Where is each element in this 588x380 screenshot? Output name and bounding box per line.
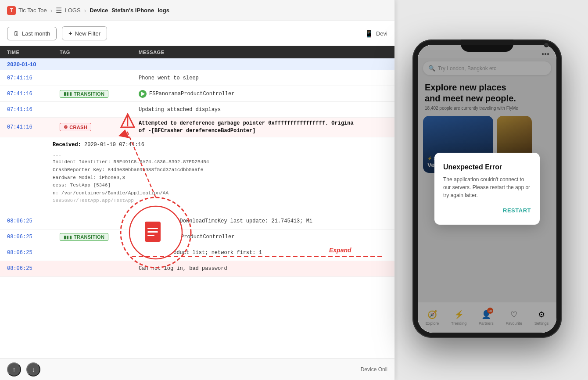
- msg-cell: ESPanoramaProductController: [139, 90, 387, 98]
- separator-2: ›: [84, 7, 86, 14]
- up-icon: ↑: [13, 366, 16, 373]
- crash-badge: ⊗ CRASH: [60, 123, 91, 131]
- restart-button[interactable]: RESTART: [503, 207, 531, 214]
- date-separator: 2020-01-10: [0, 58, 394, 70]
- crash-line-2: CrashReporter Key: 84d9e30bba69e988f5cd3…: [53, 166, 387, 174]
- logs-icon: ☰: [56, 6, 62, 14]
- breadcrumb-app[interactable]: T Tic Tac Toe: [7, 6, 47, 15]
- crash-line-1: Incident Identifier: 58E491C8-6A74-4836-…: [53, 158, 387, 166]
- tag-cell: ▮▮▮ TRANSITION: [60, 90, 139, 98]
- filter-bar: 🗓 Last month + New Filter 📱 Devi: [0, 21, 394, 46]
- phone-icon: 📱: [365, 29, 373, 38]
- bottom-bar: ↑ ↓ Device Onli: [0, 358, 394, 380]
- msg-cell: Fetching product list; network first: 1: [139, 250, 387, 256]
- play-icon-2: [139, 233, 147, 241]
- crash-log-row[interactable]: 07:41:16 ⊗ CRASH Attempted to dereferenc…: [0, 118, 394, 137]
- scroll-down-button[interactable]: ↓: [26, 362, 40, 376]
- time-cell: 08:06:25: [7, 265, 60, 272]
- bars-icon-2: ▮▮▮: [64, 235, 72, 240]
- device-filter-label: Devi: [376, 30, 387, 37]
- table-header: TIME TAG MESSAGE: [0, 46, 394, 58]
- modal-title: Unexpected Error: [443, 163, 531, 171]
- phone-modal-overlay: Unexpected Error The application couldn'…: [418, 45, 556, 333]
- calendar-icon: 🗓: [14, 30, 19, 37]
- log-row[interactable]: 07:41:16 Phone went to sleep: [0, 70, 394, 86]
- modal-btn-row: RESTART: [443, 206, 531, 214]
- col-message: MESSAGE: [139, 50, 387, 55]
- phone-content: ●●● 🔍 Try London, Bangkok etc Explore ne…: [418, 45, 556, 333]
- controller-name-2: ESPanoramaProductController: [149, 234, 234, 240]
- msg-cell: LastFullAssetDownloadTimeKey last update…: [139, 218, 387, 224]
- error-icon: ⊗: [64, 124, 68, 130]
- col-tag: TAG: [60, 50, 139, 55]
- tag-cell: ▮▮▮ TRANSITION: [60, 233, 139, 241]
- phone-frame: ●●● 🔍 Try London, Bangkok etc Explore ne…: [412, 39, 562, 338]
- device-name: Stefan's iPhone: [111, 7, 154, 14]
- device-label: Device: [90, 7, 108, 14]
- play-icon: [139, 90, 147, 98]
- time-cell: 08:06:25: [7, 250, 60, 256]
- received-label: Received: 2020-01-10 07:41:16: [53, 142, 144, 148]
- crash-dots: ...: [53, 151, 387, 159]
- breadcrumb: T Tic Tac Toe › ☰ LOGS › Device Stefan's…: [0, 0, 394, 21]
- msg-cell: Phone went to sleep: [139, 75, 387, 81]
- crash-line-5: n: /var/containers/Bundle/Application/AA: [53, 190, 387, 197]
- log-row[interactable]: 08:06:25 Fetching product list; network …: [0, 245, 394, 261]
- col-time: TIME: [7, 50, 60, 55]
- time-cell: 07:41:16: [7, 75, 60, 81]
- log-row[interactable]: 08:06:25 ▮▮▮ TRANSITION ESPanoramaProduc…: [0, 229, 394, 245]
- time-cell: 08:06:25: [7, 234, 60, 240]
- device-status: Device Onli: [361, 366, 387, 373]
- transition-badge: ▮▮▮ TRANSITION: [60, 90, 108, 98]
- log-row[interactable]: 08:06:25 LastFullAssetDownloadTimeKey la…: [0, 214, 394, 229]
- crash-line-4: cess: TestApp [5346]: [53, 182, 387, 190]
- device-filter[interactable]: 📱 Devi: [365, 29, 387, 38]
- table-body: 2020-01-10 07:41:16 Phone went to sleep …: [0, 58, 394, 358]
- phone-screen: ●●● 🔍 Try London, Bangkok etc Explore ne…: [418, 45, 556, 333]
- time-cell: 07:41:16: [7, 124, 60, 130]
- error-log-row[interactable]: 08:06:25 Can not log in, bad password: [0, 261, 394, 277]
- bars-icon: ▮▮▮: [64, 91, 72, 96]
- new-filter-button[interactable]: + New Filter: [62, 26, 107, 40]
- down-icon: ↓: [32, 366, 35, 373]
- logs-suffix: logs: [158, 7, 169, 14]
- msg-cell: ESPanoramaProductController: [139, 233, 387, 241]
- crash-line-3: Hardware Model: iPhone9,3: [53, 174, 387, 182]
- crash-line-6: 58856867/TestApp.app/TestApp: [53, 197, 387, 205]
- last-month-label: Last month: [22, 30, 50, 37]
- new-filter-label: New Filter: [75, 30, 101, 37]
- log-panel: T Tic Tac Toe › ☰ LOGS › Device Stefan's…: [0, 0, 395, 380]
- expand-row[interactable]: [0, 208, 394, 214]
- modal-body: The application couldn't connect to our …: [443, 176, 531, 199]
- time-cell: 07:41:16: [7, 107, 60, 113]
- breadcrumb-device: Device Stefan's iPhone logs: [90, 7, 169, 14]
- separator-1: ›: [50, 7, 53, 14]
- app-icon: T: [7, 6, 16, 15]
- controller-name: ESPanoramaProductController: [149, 91, 234, 97]
- time-cell: 08:06:25: [7, 218, 60, 224]
- phone-error-modal: Unexpected Error The application couldn'…: [434, 153, 540, 225]
- time-cell: 07:41:16: [7, 91, 60, 97]
- breadcrumb-logs[interactable]: ☰ LOGS: [56, 6, 80, 14]
- plus-icon: +: [68, 30, 72, 37]
- crash-msg-cell: Attempted to dereference garbage pointer…: [139, 120, 387, 135]
- log-row[interactable]: 07:41:16 Updating attached displays: [0, 102, 394, 118]
- crash-detail-section: Received: 2020-01-10 07:41:16 ... Incide…: [0, 137, 394, 208]
- logs-label: LOGS: [65, 7, 80, 14]
- log-row[interactable]: 07:41:16 ▮▮▮ TRANSITION ESPanoramaProduc…: [0, 86, 394, 102]
- last-month-filter[interactable]: 🗓 Last month: [7, 27, 57, 40]
- app-name: Tic Tac Toe: [18, 7, 47, 14]
- phone-container: ●●● 🔍 Try London, Bangkok etc Explore ne…: [395, 4, 579, 376]
- error-msg-cell: Can not log in, bad password: [139, 265, 387, 272]
- transition-badge-2: ▮▮▮ TRANSITION: [60, 233, 108, 241]
- msg-cell: Updating attached displays: [139, 107, 387, 113]
- tag-cell: ⊗ CRASH: [60, 123, 139, 131]
- scroll-up-button[interactable]: ↑: [7, 362, 21, 376]
